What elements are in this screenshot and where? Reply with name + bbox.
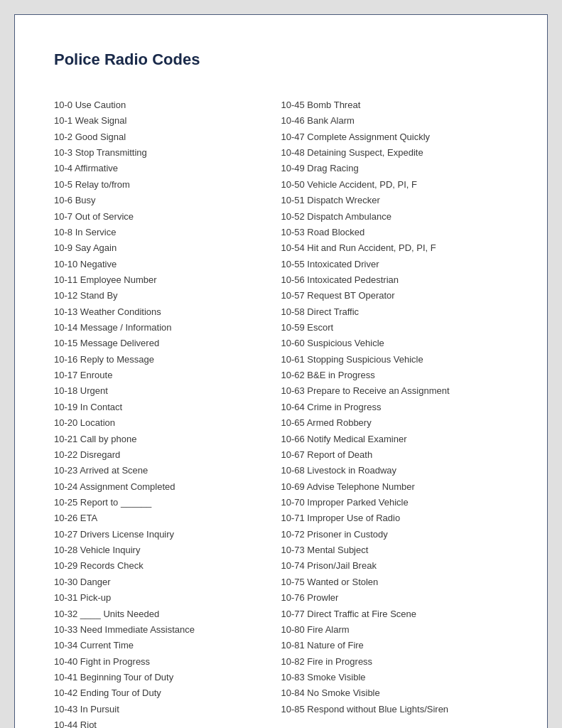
list-item: 10-42 Ending Tour of Duty: [54, 685, 281, 701]
codes-container: 10-0 Use Caution10-1 Weak Signal10-2 Goo…: [54, 97, 508, 728]
list-item: 10-19 In Contact: [54, 400, 281, 415]
list-item: 10-80 Fire Alarm: [281, 622, 509, 638]
list-item: 10-69 Advise Telephone Number: [281, 479, 509, 495]
list-item: 10-46 Bank Alarm: [281, 113, 509, 129]
list-item: 10-34 Current Time: [54, 638, 281, 653]
list-item: 10-72 Prisoner in Custody: [281, 527, 509, 542]
list-item: 10-70 Improper Parked Vehicle: [281, 495, 509, 510]
list-item: 10-67 Report of Death: [281, 447, 509, 463]
list-item: 10-18 Urgent: [54, 383, 281, 399]
list-item: 10-45 Bomb Threat: [281, 97, 509, 113]
list-item: 10-15 Message Delivered: [54, 336, 281, 351]
list-item: 10-16 Reply to Message: [54, 352, 281, 368]
list-item: 10-13 Weather Conditions: [54, 304, 281, 320]
list-item: 10-77 Direct Traffic at Fire Scene: [281, 606, 509, 622]
list-item: 10-63 Prepare to Receive an Assignment: [281, 383, 509, 399]
list-item: 10-0 Use Caution: [54, 97, 281, 113]
list-item: 10-54 Hit and Run Accident, PD, PI, F: [281, 240, 509, 256]
list-item: 10-14 Message / Information: [54, 320, 281, 336]
list-item: 10-55 Intoxicated Driver: [281, 257, 509, 272]
list-item: 10-59 Escort: [281, 320, 509, 336]
list-item: 10-47 Complete Assignment Quickly: [281, 129, 509, 145]
list-item: 10-3 Stop Transmitting: [54, 145, 281, 161]
list-item: 10-5 Relay to/from: [54, 177, 281, 193]
list-item: 10-25 Report to ______: [54, 495, 281, 510]
list-item: 10-56 Intoxicated Pedestrian: [281, 272, 509, 288]
list-item: 10-83 Smoke Visible: [281, 670, 509, 685]
list-item: 10-71 Improper Use of Radio: [281, 510, 509, 526]
list-item: 10-1 Weak Signal: [54, 113, 281, 129]
list-item: 10-29 Records Check: [54, 558, 281, 574]
page-container: Police Radio Codes 10-0 Use Caution10-1 …: [14, 14, 548, 728]
page-title: Police Radio Codes: [54, 50, 508, 69]
list-item: 10-6 Busy: [54, 193, 281, 208]
list-item: 10-10 Negative: [54, 257, 281, 272]
list-item: 10-48 Detaining Suspect, Expedite: [281, 145, 509, 161]
list-item: 10-84 No Smoke Visible: [281, 685, 509, 701]
list-item: 10-43 In Pursuit: [54, 702, 281, 717]
list-item: 10-23 Arrived at Scene: [54, 463, 281, 478]
list-item: 10-7 Out of Service: [54, 209, 281, 225]
list-item: 10-11 Employee Number: [54, 272, 281, 288]
list-item: 10-81 Nature of Fire: [281, 638, 509, 653]
list-item: 10-27 Drivers License Inquiry: [54, 527, 281, 542]
list-item: 10-21 Call by phone: [54, 432, 281, 447]
list-item: 10-9 Say Again: [54, 240, 281, 256]
list-item: 10-74 Prison/Jail Break: [281, 558, 509, 574]
list-item: 10-53 Road Blocked: [281, 225, 509, 240]
list-item: 10-4 Affirmative: [54, 161, 281, 176]
list-item: 10-22 Disregard: [54, 447, 281, 463]
list-item: 10-68 Livestock in Roadway: [281, 463, 509, 478]
list-item: 10-24 Assignment Completed: [54, 479, 281, 495]
list-item: 10-33 Need Immediate Assistance: [54, 622, 281, 638]
list-item: 10-8 In Service: [54, 225, 281, 240]
list-item: 10-60 Suspicious Vehicle: [281, 336, 509, 351]
list-item: 10-51 Dispatch Wrecker: [281, 193, 509, 208]
list-item: 10-73 Mental Subject: [281, 542, 509, 558]
list-item: 10-32 ____ Units Needed: [54, 606, 281, 622]
list-item: 10-66 Notify Medical Examiner: [281, 432, 509, 447]
list-item: 10-31 Pick-up: [54, 590, 281, 606]
list-item: 10-58 Direct Traffic: [281, 304, 509, 320]
list-item: 10-76 Prowler: [281, 590, 509, 606]
list-item: 10-50 Vehicle Accident, PD, PI, F: [281, 177, 509, 193]
list-item: 10-17 Enroute: [54, 368, 281, 383]
list-item: 10-40 Fight in Progress: [54, 654, 281, 670]
list-item: 10-57 Request BT Operator: [281, 288, 509, 304]
list-item: 10-12 Stand By: [54, 288, 281, 304]
list-item: 10-2 Good Signal: [54, 129, 281, 145]
list-item: 10-65 Armed Robbery: [281, 415, 509, 431]
list-item: 10-44 Riot: [54, 717, 281, 728]
list-item: 10-28 Vehicle Inquiry: [54, 542, 281, 558]
right-column: 10-45 Bomb Threat10-46 Bank Alarm10-47 C…: [281, 97, 509, 717]
list-item: 10-20 Location: [54, 415, 281, 431]
list-item: 10-30 Danger: [54, 574, 281, 590]
left-column: 10-0 Use Caution10-1 Weak Signal10-2 Goo…: [54, 97, 281, 728]
list-item: 10-52 Dispatch Ambulance: [281, 209, 509, 225]
list-item: 10-41 Beginning Tour of Duty: [54, 670, 281, 685]
list-item: 10-26 ETA: [54, 510, 281, 526]
list-item: 10-85 Respond without Blue Lights/Siren: [281, 702, 509, 717]
list-item: 10-64 Crime in Progress: [281, 400, 509, 415]
list-item: 10-75 Wanted or Stolen: [281, 574, 509, 590]
list-item: 10-62 B&E in Progress: [281, 368, 509, 383]
list-item: 10-82 Fire in Progress: [281, 654, 509, 670]
list-item: 10-49 Drag Racing: [281, 161, 509, 176]
list-item: 10-61 Stopping Suspicious Vehicle: [281, 352, 509, 368]
